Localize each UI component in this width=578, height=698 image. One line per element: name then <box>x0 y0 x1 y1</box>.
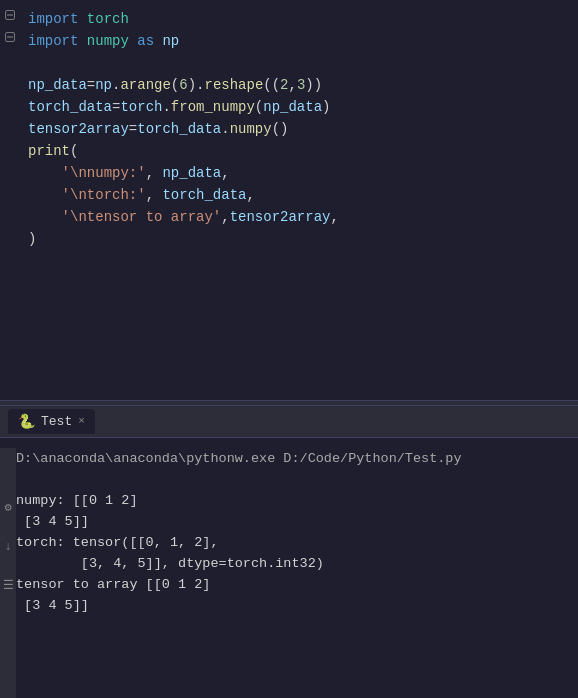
terminal-sidebar-icon-1[interactable]: ⚙ <box>4 498 11 519</box>
code-line <box>0 52 578 74</box>
line-content: np_data=np.arange(6).reshape((2,3)) <box>20 74 570 96</box>
code-line: np_data=np.arange(6).reshape((2,3)) <box>0 74 578 96</box>
code-editor: import torch import numpy as np np_data=… <box>0 8 578 250</box>
token-op: ) <box>322 99 330 115</box>
token-op: , <box>221 165 229 181</box>
token-id: np <box>162 33 179 49</box>
app-window: import torch import numpy as np np_data=… <box>0 0 578 698</box>
token-num: 6 <box>179 77 187 93</box>
terminal-output: D:\anaconda\anaconda\pythonw.exe D:/Code… <box>16 448 562 616</box>
code-line: '\nnumpy:', np_data, <box>0 162 578 184</box>
token-op: . <box>162 99 170 115</box>
token-id: tensor2array <box>230 209 331 225</box>
token-op: )) <box>305 77 322 93</box>
terminal-line: tensor to array [[0 1 2] <box>16 574 562 595</box>
line-content: '\ntorch:', torch_data, <box>20 184 570 206</box>
token-id: torch <box>120 99 162 115</box>
terminal-area: 🐍 Test × ⚙ ↓ ☰ D:\anaconda\anaconda\pyth… <box>0 406 578 698</box>
token-op: (( <box>263 77 280 93</box>
token-mod: torch <box>87 11 129 27</box>
code-line: import numpy as np <box>0 30 578 52</box>
terminal-tab-label: Test <box>41 414 72 429</box>
token-str: '\ntensor to array' <box>62 209 222 225</box>
code-line: print( <box>0 140 578 162</box>
terminal-line: [3, 4, 5]], dtype=torch.int32) <box>16 553 562 574</box>
token-fn: reshape <box>204 77 263 93</box>
line-gutter <box>0 8 20 22</box>
token-plain <box>129 33 137 49</box>
code-line: '\ntorch:', torch_data, <box>0 184 578 206</box>
token-kw: import <box>28 33 78 49</box>
token-op: , <box>246 187 254 203</box>
token-op: = <box>87 77 95 93</box>
code-line: torch_data=torch.from_numpy(np_data) <box>0 96 578 118</box>
python-icon: 🐍 <box>18 413 35 430</box>
terminal-content: ⚙ ↓ ☰ D:\anaconda\anaconda\pythonw.exe D… <box>0 438 578 626</box>
terminal-tab-bar: 🐍 Test × <box>0 406 578 438</box>
line-content: torch_data=torch.from_numpy(np_data) <box>20 96 570 118</box>
main-content: import torch import numpy as np np_data=… <box>0 0 578 698</box>
token-id: torch_data <box>162 187 246 203</box>
line-content: print( <box>20 140 570 162</box>
token-op: ( <box>255 99 263 115</box>
token-id: np <box>95 77 112 93</box>
token-plain <box>78 11 86 27</box>
token-plain <box>78 33 86 49</box>
terminal-tab-test[interactable]: 🐍 Test × <box>8 409 95 434</box>
token-op: ( <box>171 77 179 93</box>
line-content: '\nnumpy:', np_data, <box>20 162 570 184</box>
line-content <box>20 52 570 74</box>
token-op: . <box>221 121 229 137</box>
line-content: tensor2array=torch_data.numpy() <box>20 118 570 140</box>
line-content: ) <box>20 228 570 250</box>
terminal-line: numpy: [[0 1 2] <box>16 490 562 511</box>
code-line: '\ntensor to array',tensor2array, <box>0 206 578 228</box>
terminal-line: torch: tensor([[0, 1, 2], <box>16 532 562 553</box>
terminal-line <box>16 469 562 490</box>
token-id: np_data <box>162 165 221 181</box>
token-fn: numpy <box>230 121 272 137</box>
token-op: ( <box>70 143 78 159</box>
token-op: , <box>289 77 297 93</box>
token-fn: print <box>28 143 70 159</box>
token-op: () <box>272 121 289 137</box>
token-id: torch_data <box>137 121 221 137</box>
token-str: '\nnumpy:' <box>62 165 146 181</box>
code-line: import torch <box>0 8 578 30</box>
token-op: , <box>221 209 229 225</box>
token-mod: numpy <box>87 33 129 49</box>
token-op: , <box>330 209 338 225</box>
token-op: , <box>146 187 154 203</box>
token-id: tensor2array <box>28 121 129 137</box>
fold-icon[interactable] <box>3 8 17 22</box>
terminal-sidebar-icon-2[interactable]: ↓ <box>4 537 11 558</box>
token-plain <box>28 187 62 203</box>
token-id: torch_data <box>28 99 112 115</box>
token-plain <box>28 209 62 225</box>
terminal-line: [3 4 5]] <box>16 595 562 616</box>
fold-icon[interactable] <box>3 30 17 44</box>
code-line: ) <box>0 228 578 250</box>
code-line: tensor2array=torch_data.numpy() <box>0 118 578 140</box>
token-plain <box>28 165 62 181</box>
token-id: np_data <box>28 77 87 93</box>
line-gutter <box>0 30 20 44</box>
token-op: , <box>146 165 154 181</box>
token-id: np_data <box>263 99 322 115</box>
editor-area: import torch import numpy as np np_data=… <box>0 0 578 400</box>
token-num: 2 <box>280 77 288 93</box>
terminal-sidebar-icon-3[interactable]: ☰ <box>3 576 14 597</box>
token-str: '\ntorch:' <box>62 187 146 203</box>
line-content: import torch <box>20 8 570 30</box>
token-kw: as <box>137 33 154 49</box>
token-fn: from_numpy <box>171 99 255 115</box>
terminal-line: D:\anaconda\anaconda\pythonw.exe D:/Code… <box>16 448 562 469</box>
token-kw: import <box>28 11 78 27</box>
token-op: ). <box>188 77 205 93</box>
terminal-line: [3 4 5]] <box>16 511 562 532</box>
token-op: = <box>129 121 137 137</box>
close-icon[interactable]: × <box>78 416 85 427</box>
line-content: import numpy as np <box>20 30 570 52</box>
token-op: ) <box>28 231 36 247</box>
line-content: '\ntensor to array',tensor2array, <box>20 206 570 228</box>
